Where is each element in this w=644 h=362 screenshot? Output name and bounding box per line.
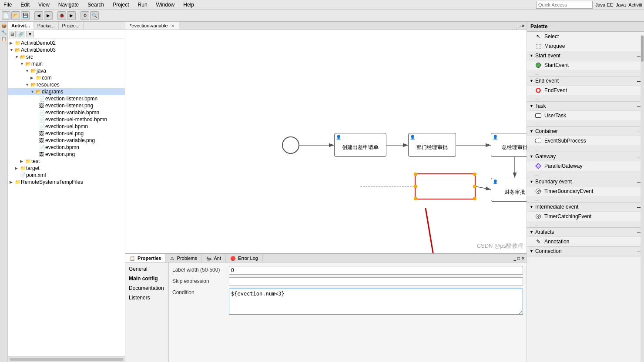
tree-item-pom[interactable]: 📄 pom.xml (8, 172, 125, 179)
palette-item-annotation[interactable]: ✎ Annotation (527, 237, 644, 246)
handle-mr[interactable] (473, 185, 476, 188)
palette-item-select[interactable]: ↖ Select (527, 32, 644, 41)
palette-section-header-intermediate[interactable]: ▼ Intermediate event — (527, 203, 644, 212)
palette-section-header-boundary[interactable]: ▼ Boundary event — (527, 177, 644, 186)
menu-edit[interactable]: Edit (19, 1, 31, 9)
palette-scrollbar-track[interactable] (641, 35, 644, 362)
perspective-javaee[interactable]: Java EE (595, 2, 613, 7)
handle-ml[interactable] (414, 185, 417, 188)
palette-item-usertask[interactable]: UserTask (527, 111, 644, 120)
bottom-tab-ant[interactable]: 🐜 Ant (202, 254, 226, 262)
explorer-menu-btn[interactable]: ▼ (26, 31, 34, 37)
palette-item-endevent[interactable]: EndEvent (527, 86, 644, 95)
tree-item-bpmn-uel-method[interactable]: 📄 evection-uel-method.bpmn (8, 116, 125, 123)
tree-item-bpmn-evection[interactable]: 📄 evection.bpmn (8, 144, 125, 151)
quick-access-input[interactable] (536, 1, 593, 9)
tree-item-png-uel[interactable]: 🖼 evection-uel.png (8, 130, 125, 137)
bottom-tab-problems[interactable]: ⚠ Problems (166, 254, 202, 262)
palette-item-eventsubprocess[interactable]: EventSubProcess (527, 136, 644, 146)
side-icon-3[interactable]: 📋 (1, 37, 7, 41)
toolbar-back[interactable]: ◀ (34, 11, 43, 20)
props-section-documentation[interactable]: Documentation (125, 283, 168, 293)
palette-item-timerboundary[interactable]: ⏱ TimerBoundaryEvent (527, 186, 644, 196)
handle-tl[interactable] (414, 173, 417, 176)
task-node-4[interactable]: 👤 财务审批 (491, 178, 527, 202)
tree-item-bpmn-variable[interactable]: 📄 evection-variable.bpmn (8, 109, 125, 116)
palette-item-timercatching[interactable]: ⏱ TimerCatchingEvent (527, 212, 644, 221)
side-icon-2[interactable]: 🔧 (1, 30, 7, 35)
palette-scrollbar-thumb[interactable] (641, 36, 644, 62)
prop-input-labelwidth[interactable] (229, 266, 523, 275)
bottom-tab-errorlog[interactable]: 🔴 Error Log (226, 254, 263, 262)
palette-item-startevent[interactable]: StartEvent (527, 60, 644, 70)
menu-view[interactable]: View (37, 1, 51, 9)
tree-item-resources[interactable]: ▼ 📂 resources (8, 81, 125, 88)
menu-run[interactable]: Run (136, 1, 149, 9)
side-icon-1[interactable]: 📦 (1, 23, 7, 28)
editor-max-btn[interactable]: □ (518, 23, 520, 28)
task-node-3[interactable]: 👤 总经理审批 (491, 133, 527, 157)
toolbar-extra1[interactable]: ⚙ (80, 11, 89, 20)
palette-section-header-task[interactable]: ▼ Task — (527, 102, 644, 111)
tree-item-test[interactable]: ▶ 📁 test (8, 158, 125, 165)
prop-input-skipexpr[interactable] (229, 277, 523, 286)
prop-textarea-condition[interactable]: ${evection.num<3} (229, 289, 523, 315)
palette-section-header-container[interactable]: ▼ Container — (527, 127, 644, 136)
handle-bl[interactable] (414, 197, 417, 200)
bottom-tab-properties[interactable]: 📋 Properties (125, 254, 166, 262)
bottom-close-btn[interactable]: ✕ (521, 256, 525, 261)
explorer-link-btn[interactable]: 🔗 (17, 31, 25, 37)
toolbar-new[interactable]: 📄 (2, 11, 10, 20)
tree-item-com[interactable]: ▶ 📁 com (8, 74, 125, 81)
tree-item-remote[interactable]: ▶ 📁 RemoteSystemsTempFiles (8, 179, 125, 186)
tree-item-png-listener[interactable]: 🖼 evection-listener.png (8, 102, 125, 109)
tree-item-target[interactable]: ▶ 📁 target (8, 165, 125, 172)
editor-min-btn[interactable]: _ (514, 23, 517, 28)
palette-item-marquee[interactable]: ⬚ Marquee (527, 41, 644, 51)
tree-item-bpmn-uel[interactable]: 📄 evection-uel.bpmn (8, 123, 125, 130)
palette-section-header-start[interactable]: ▼ Start event — (527, 51, 644, 60)
menu-search[interactable]: Search (86, 1, 106, 9)
toolbar-debug[interactable]: 🐞 (57, 11, 66, 20)
editor-close-btn[interactable]: ✕ (521, 23, 525, 28)
props-section-mainconfig[interactable]: Main config (125, 274, 168, 283)
toolbar-forward[interactable]: ▶ (44, 11, 53, 20)
menu-help[interactable]: Help (181, 1, 196, 9)
props-section-listeners[interactable]: Listeners (125, 293, 168, 302)
menu-window[interactable]: Window (154, 1, 177, 9)
palette-item-parallelgateway[interactable]: + ParallelGateway (527, 161, 644, 171)
toolbar-save[interactable]: 💾 (21, 11, 30, 20)
explorer-tab-project[interactable]: Projec... (59, 22, 84, 30)
toolbar-open[interactable]: 📂 (11, 11, 20, 20)
start-node[interactable] (282, 136, 299, 154)
toolbar-run[interactable]: ▶ (67, 11, 76, 20)
tree-item-diagrams[interactable]: ▼ 📂 diagrams (8, 88, 125, 95)
explorer-scrollbar[interactable] (8, 356, 125, 362)
tree-item-activitidemo02[interactable]: ▶ 📁 ActivitiDemo02 (8, 40, 125, 46)
explorer-collapse-btn[interactable]: ⊟ (9, 31, 16, 37)
explorer-tab-package[interactable]: Packa... (34, 22, 59, 30)
tree-item-png-variable[interactable]: 🖼 evection-variable.png (8, 137, 125, 144)
props-section-general[interactable]: General (125, 264, 168, 274)
tree-item-main[interactable]: ▼ 📂 main (8, 60, 125, 67)
explorer-tab-activiti[interactable]: Activit... (8, 22, 34, 30)
bottom-max-btn[interactable]: □ (517, 256, 520, 261)
perspective-activiti[interactable]: Activiti (628, 2, 642, 7)
tree-item-activitidemo03[interactable]: ▼ 📂 ActivitiDemo03 (8, 46, 125, 53)
palette-section-header-connection[interactable]: ▼ Connection — (527, 247, 644, 256)
selected-node[interactable] (415, 173, 476, 199)
menu-navigate[interactable]: Navigate (57, 1, 80, 9)
bottom-min-btn[interactable]: _ (513, 256, 516, 261)
task-node-1[interactable]: 👤 创建出差申请单 (334, 133, 386, 157)
tree-item-bpmn-listener[interactable]: 📄 evection-listener.bpmn (8, 95, 125, 102)
handle-br[interactable] (473, 197, 476, 200)
tree-item-java[interactable]: ▼ 📂 java (8, 67, 125, 74)
tree-item-png-evection[interactable]: 🖼 evection.png (8, 151, 125, 158)
palette-section-header-artifacts[interactable]: ▼ Artifacts — (527, 228, 644, 237)
palette-section-header-gateway[interactable]: ▼ Gateway — (527, 152, 644, 161)
bpmn-canvas[interactable]: 👤 创建出差申请单 👤 部门经理审批 👤 总经理审批 👤 财务审批 (125, 30, 527, 253)
task-node-2[interactable]: 👤 部门经理审批 (408, 133, 456, 157)
toolbar-extra2[interactable]: 🔍 (90, 11, 99, 20)
menu-project[interactable]: Project (111, 1, 131, 9)
perspective-java[interactable]: Java (616, 2, 626, 7)
